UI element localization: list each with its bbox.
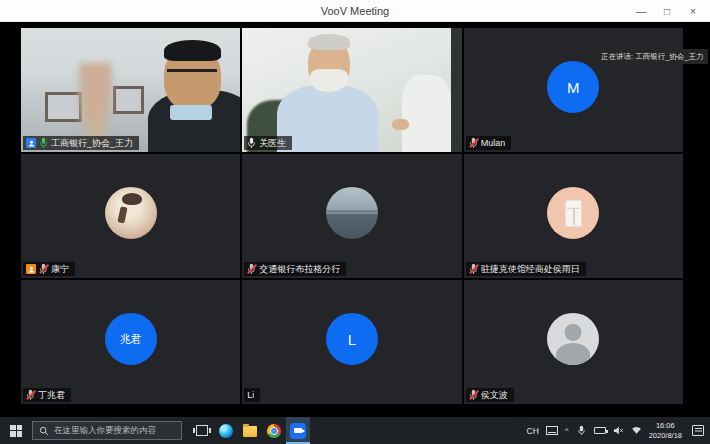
video-feed: [21, 28, 240, 152]
chrome-button[interactable]: [262, 417, 286, 444]
silhouette-head: [565, 324, 582, 341]
taskbar-apps: [190, 417, 310, 444]
name-chip: Li: [244, 388, 260, 402]
participant-tile[interactable]: 关医生: [242, 28, 461, 152]
task-view-icon: [196, 425, 208, 436]
participant-tile[interactable]: L Li: [242, 280, 461, 404]
action-center-icon[interactable]: [692, 425, 704, 436]
clock-time: 16:06: [649, 421, 682, 430]
edge-icon: [219, 424, 233, 438]
participant-tile[interactable]: 交通银行布拉格分行: [242, 154, 461, 278]
taskbar: 在这里输入你要搜索的内容 CH ^ 16:06 2020/8/18: [0, 417, 710, 444]
participant-tile[interactable]: 康宁: [21, 154, 240, 278]
member-badge-icon: [26, 138, 36, 148]
tray-expand-chevron[interactable]: ^: [565, 426, 569, 435]
camera-icon: [294, 428, 302, 433]
mic-muted-icon: [469, 263, 478, 275]
minimize-button[interactable]: —: [628, 0, 654, 22]
participant-name: 交通银行布拉格分行: [259, 263, 340, 276]
language-indicator[interactable]: CH: [527, 426, 539, 436]
task-view-button[interactable]: [190, 417, 214, 444]
battery-icon[interactable]: [594, 427, 606, 434]
speaking-toast-text: 正在讲话: 工商银行_协会_王力...: [601, 52, 703, 62]
avatar-letter: L: [348, 330, 356, 347]
participant-tile[interactable]: 侯文波: [464, 280, 683, 404]
person-hair: [308, 34, 350, 50]
window-title: VooV Meeting: [321, 5, 390, 17]
participant-tile[interactable]: M Mulan: [464, 28, 683, 152]
window-controls: — □ ×: [628, 0, 706, 22]
picture-frame: [45, 92, 82, 122]
touch-keyboard-icon[interactable]: [546, 426, 558, 435]
desktop: { "window": { "title": "VooV Meeting", "…: [0, 0, 710, 444]
mic-muted-icon: [469, 137, 478, 149]
person-glasses: [167, 69, 217, 80]
silhouette-body: [556, 343, 590, 365]
mic-on-icon: [39, 137, 48, 149]
name-chip: Mulan: [466, 136, 512, 150]
search-placeholder: 在这里输入你要搜索的内容: [54, 425, 156, 437]
mic-muted-icon: [39, 263, 48, 275]
voov-icon: [290, 423, 306, 439]
tray-mic-icon[interactable]: [576, 425, 587, 436]
host-badge-icon: [26, 264, 36, 274]
clock[interactable]: 16:06 2020/8/18: [649, 421, 682, 440]
participant-name: 关医生: [259, 137, 286, 150]
video-feed: [242, 28, 461, 152]
avatar: L: [326, 313, 378, 365]
system-tray: CH ^ 16:06 2020/8/18: [527, 417, 710, 444]
video-grid: 工商银行_协会_王力 关医生: [21, 28, 683, 404]
participant-name: Mulan: [481, 138, 506, 148]
avatar: M: [547, 61, 599, 113]
name-chip: 丁兆君: [23, 388, 71, 402]
chrome-icon: [267, 424, 281, 438]
search-input[interactable]: 在这里输入你要搜索的内容: [32, 421, 182, 440]
name-chip: 驻捷克使馆经商处侯雨日: [466, 262, 586, 276]
participant-name: 工商银行_协会_王力: [51, 137, 133, 150]
window-photo: [565, 199, 582, 226]
titlebar[interactable]: VooV Meeting — □ ×: [0, 0, 710, 22]
avatar: 兆君: [105, 313, 157, 365]
participant-name: 驻捷克使馆经商处侯雨日: [481, 263, 580, 276]
participant-tile[interactable]: 驻捷克使馆经商处侯雨日: [464, 154, 683, 278]
voov-meeting-button[interactable]: [286, 417, 310, 444]
maximize-button[interactable]: □: [654, 0, 680, 22]
participant-name: Li: [247, 390, 254, 400]
mic-muted-icon: [26, 389, 35, 401]
avatar-letter: 兆君: [120, 331, 142, 346]
participant-tile[interactable]: 兆君 丁兆君: [21, 280, 240, 404]
person-mask: [170, 105, 212, 120]
mic-on-icon: [247, 137, 256, 149]
avatar-photo: [105, 187, 157, 239]
close-button[interactable]: ×: [680, 0, 706, 22]
room-edge: [451, 28, 462, 152]
file-explorer-button[interactable]: [238, 417, 262, 444]
mic-muted-icon: [469, 389, 478, 401]
search-icon: [39, 426, 49, 436]
avatar-silhouette: [547, 313, 599, 365]
second-person-arm: [392, 119, 410, 130]
start-button[interactable]: [0, 417, 32, 444]
meeting-stage: 工商银行_协会_王力 关医生: [0, 22, 710, 417]
mic-muted-icon: [247, 263, 256, 275]
avatar-photo: [326, 187, 378, 239]
participant-name: 侯文波: [481, 389, 508, 402]
avatar-photo: [547, 187, 599, 239]
avatar-letter: M: [567, 78, 580, 95]
picture-frame: [113, 86, 144, 113]
participant-tile[interactable]: 工商银行_协会_王力: [21, 28, 240, 152]
clock-date: 2020/8/18: [649, 431, 682, 440]
windows-logo-icon: [10, 425, 22, 437]
person-body: [277, 85, 378, 152]
participant-name: 康宁: [51, 263, 69, 276]
name-chip: 关医生: [244, 136, 292, 150]
edge-button[interactable]: [214, 417, 238, 444]
volume-icon[interactable]: [613, 425, 624, 436]
network-icon[interactable]: [631, 425, 642, 436]
participant-name: 丁兆君: [38, 389, 65, 402]
speaking-toast: 正在讲话: 工商银行_协会_王力...: [596, 49, 708, 64]
folder-icon: [243, 426, 257, 437]
name-chip: 康宁: [23, 262, 75, 276]
name-chip: 工商银行_协会_王力: [23, 136, 139, 150]
name-chip: 侯文波: [466, 388, 514, 402]
